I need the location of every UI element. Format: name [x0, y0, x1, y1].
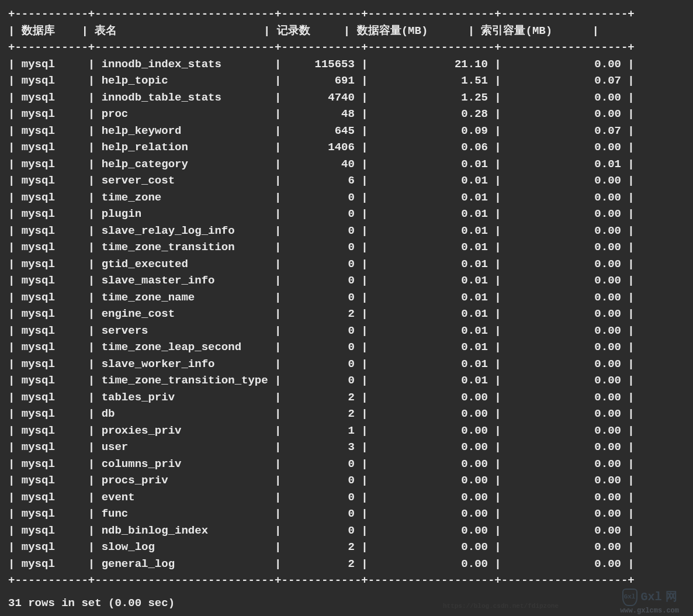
watermark-url: www.gxlcms.com [620, 606, 679, 616]
table-row: | mysql | help_category | 40 | 0.01 | 0.… [0, 156, 693, 173]
table-row: | mysql | slave_relay_log_info | 0 | 0.0… [0, 223, 693, 240]
table-bottom-border: +-----------+---------------------------… [0, 572, 693, 589]
table-body: | mysql | innodb_index_stats | 115653 | … [0, 56, 693, 573]
table-row: | mysql | gtid_executed | 0 | 0.01 | 0.0… [0, 256, 693, 273]
table-row: | mysql | server_cost | 6 | 0.01 | 0.00 … [0, 172, 693, 189]
table-row: | mysql | user | 3 | 0.00 | 0.00 | [0, 439, 693, 456]
table-row: | mysql | slave_worker_info | 0 | 0.01 |… [0, 356, 693, 373]
table-row: | mysql | help_topic | 691 | 1.51 | 0.07… [0, 72, 693, 89]
table-row: | mysql | help_relation | 1406 | 0.06 | … [0, 139, 693, 156]
table-row: | mysql | time_zone | 0 | 0.01 | 0.00 | [0, 189, 693, 206]
result-summary: 31 rows in set (0.00 sec) [0, 589, 693, 612]
table-row: | mysql | tables_priv | 2 | 0.00 | 0.00 … [0, 389, 693, 406]
watermark-csdn-url: https://blog.csdn.net/fdipzone [443, 602, 559, 611]
watermark-tagline: 网 [666, 589, 677, 605]
table-row: | mysql | general_log | 2 | 0.00 | 0.00 … [0, 556, 693, 573]
shield-icon: Gxl [622, 589, 637, 606]
table-row: | mysql | plugin | 0 | 0.01 | 0.00 | [0, 206, 693, 223]
table-row: | mysql | proc | 48 | 0.28 | 0.00 | [0, 106, 693, 123]
table-row: | mysql | time_zone_name | 0 | 0.01 | 0.… [0, 289, 693, 306]
table-row: | mysql | db | 2 | 0.00 | 0.00 | [0, 406, 693, 423]
table-header-row: | 数据库 | 表名 | 记录数 | 数据容量(MB) | 索引容量(MB) | [0, 23, 693, 40]
table-row: | mysql | servers | 0 | 0.01 | 0.00 | [0, 323, 693, 340]
terminal-output: +-----------+---------------------------… [0, 0, 693, 616]
watermark-logo: Gxl Gxl 网 www.gxlcms.com [620, 589, 679, 616]
table-row: | mysql | help_keyword | 645 | 0.09 | 0.… [0, 123, 693, 140]
table-row: | mysql | event | 0 | 0.00 | 0.00 | [0, 489, 693, 506]
table-row: | mysql | slow_log | 2 | 0.00 | 0.00 | [0, 539, 693, 556]
table-top-border: +-----------+---------------------------… [0, 6, 693, 23]
table-row: | mysql | time_zone_leap_second | 0 | 0.… [0, 339, 693, 356]
table-row: | mysql | time_zone_transition_type | 0 … [0, 372, 693, 389]
table-row: | mysql | func | 0 | 0.00 | 0.00 | [0, 506, 693, 522]
table-row: | mysql | engine_cost | 2 | 0.01 | 0.00 … [0, 306, 693, 323]
table-row: | mysql | ndb_binlog_index | 0 | 0.00 | … [0, 522, 693, 539]
table-row: | mysql | time_zone_transition | 0 | 0.0… [0, 239, 693, 256]
table-row: | mysql | proxies_priv | 1 | 0.00 | 0.00… [0, 423, 693, 439]
table-row: | mysql | procs_priv | 0 | 0.00 | 0.00 | [0, 472, 693, 489]
table-row: | mysql | columns_priv | 0 | 0.00 | 0.00… [0, 456, 693, 473]
table-header-border: +-----------+---------------------------… [0, 39, 693, 56]
table-row: | mysql | slave_master_info | 0 | 0.01 |… [0, 272, 693, 289]
table-row: | mysql | innodb_table_stats | 4740 | 1.… [0, 89, 693, 106]
table-row: | mysql | innodb_index_stats | 115653 | … [0, 56, 693, 73]
watermark-text: Gxl [641, 589, 662, 605]
